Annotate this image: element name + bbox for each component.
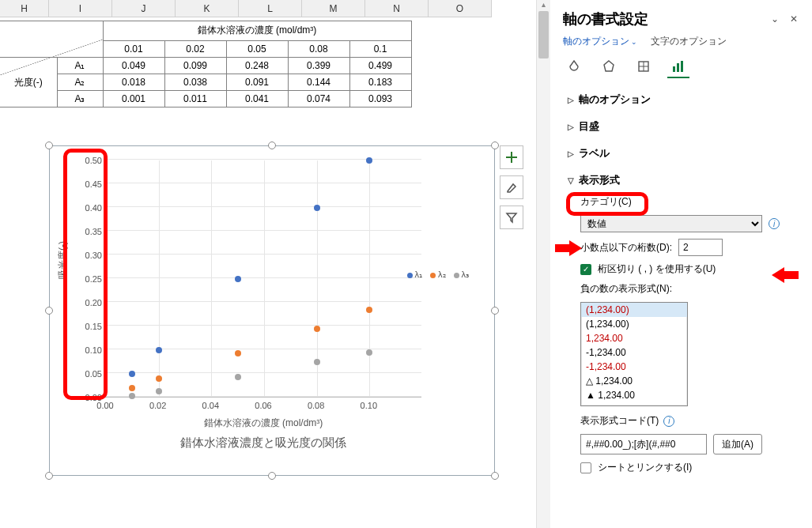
data-point[interactable] <box>314 205 320 211</box>
conc-header: 0.08 <box>288 40 349 57</box>
chart-filter-button[interactable] <box>500 206 523 229</box>
pane-tab-axis-options[interactable]: 軸のオプション <box>563 36 629 47</box>
category-label: カテゴリ(C) <box>580 195 632 209</box>
chart-title[interactable]: 錯体水溶液濃度と吸光度の関係 <box>105 436 421 451</box>
negative-option[interactable]: ▲ 1,234.00 <box>581 388 687 402</box>
x-axis-labels[interactable]: 0.000.020.040.060.080.10 <box>105 401 421 413</box>
section-axis-options[interactable]: ▷軸のオプション <box>565 86 804 113</box>
x-tick-label: 0.00 <box>96 401 113 410</box>
x-tick-label: 0.10 <box>361 401 377 410</box>
legend-item[interactable]: λ₃ <box>454 270 470 280</box>
negative-option[interactable]: (1,234.00) <box>581 317 687 331</box>
link-sheet-checkbox[interactable] <box>580 462 591 473</box>
decimals-input[interactable] <box>678 239 723 256</box>
add-button[interactable]: 追加(A) <box>713 434 762 454</box>
row-label: A₃ <box>57 91 103 107</box>
data-point[interactable] <box>366 307 372 313</box>
resize-handle[interactable] <box>491 307 499 315</box>
info-icon[interactable]: i <box>663 416 674 427</box>
data-point[interactable] <box>156 388 162 394</box>
format-axis-pane: 軸の書式設定 ⌄ ✕ 軸のオプション⌄ 文字のオプション ▷軸のオプション ▷目… <box>550 0 812 528</box>
resize-handle[interactable] <box>45 141 53 149</box>
column-header[interactable]: H <box>0 0 49 17</box>
negative-option[interactable]: -1,234.00 <box>581 345 687 360</box>
y-tick-label: 0.15 <box>85 322 102 331</box>
data-point[interactable] <box>235 276 241 282</box>
section-labels[interactable]: ▷ラベル <box>565 140 804 167</box>
thousands-label: 桁区切り ( , ) を使用する(U) <box>598 262 716 276</box>
chart-object[interactable]: 吸光度(-) 0.000.050.100.150.200.250.300.350… <box>49 145 495 476</box>
data-point[interactable] <box>129 393 135 399</box>
y-tick-label: 0.40 <box>85 203 102 213</box>
y-axis-title[interactable]: 吸光度(-) <box>56 241 70 279</box>
legend-item[interactable]: λ₁ <box>407 270 423 280</box>
column-header[interactable]: I <box>49 0 112 17</box>
negative-option[interactable]: -1,234.00 <box>581 360 687 374</box>
resize-handle[interactable] <box>268 141 276 149</box>
pane-tab-text-options[interactable]: 文字のオプション <box>651 36 727 47</box>
resize-handle[interactable] <box>45 307 53 315</box>
conc-header: 0.01 <box>103 40 164 57</box>
resize-handle[interactable] <box>268 472 276 480</box>
data-point[interactable] <box>235 350 241 356</box>
pane-collapse-icon[interactable]: ⌄ <box>768 13 782 25</box>
data-point[interactable] <box>235 374 241 380</box>
data-point[interactable] <box>366 349 372 356</box>
format-code-input[interactable] <box>580 434 707 454</box>
chart-styles-button[interactable] <box>500 175 523 199</box>
column-header[interactable]: K <box>176 0 239 17</box>
data-point[interactable] <box>314 359 320 365</box>
section-number[interactable]: ▽表示形式 <box>565 167 804 194</box>
y-axis-labels[interactable]: 0.000.050.100.150.200.250.300.350.400.45… <box>74 160 102 398</box>
negative-option[interactable]: △ 1,234.00 <box>581 374 687 388</box>
column-header[interactable]: N <box>365 0 429 17</box>
data-table: 錯体水溶液の濃度 (mol/dm³) 0.010.020.050.080.1 光… <box>0 21 412 107</box>
column-header[interactable]: J <box>112 0 176 17</box>
column-header[interactable]: M <box>302 0 365 17</box>
data-point[interactable] <box>366 157 372 164</box>
y-tick-label: 0.10 <box>85 345 102 355</box>
data-point[interactable] <box>156 375 162 382</box>
legend-item[interactable]: λ₂ <box>430 270 446 280</box>
info-icon[interactable]: i <box>769 218 780 229</box>
annotation-arrow <box>772 267 799 283</box>
category-select[interactable]: 数値 <box>580 215 762 232</box>
size-properties-icon[interactable] <box>633 56 655 78</box>
data-point[interactable] <box>129 371 135 377</box>
format-code-label: 表示形式コード(T) <box>580 414 659 428</box>
thousands-checkbox[interactable]: ✓ <box>580 264 591 275</box>
resize-handle[interactable] <box>45 472 53 480</box>
data-point[interactable] <box>129 385 135 391</box>
svg-rect-8 <box>681 61 683 72</box>
fill-outline-icon[interactable] <box>563 56 585 78</box>
row-label: A₂ <box>57 74 103 91</box>
negative-option[interactable]: 1,234.00 <box>581 331 687 345</box>
data-point[interactable] <box>314 326 320 332</box>
negative-format-list[interactable]: (1,234.00)(1,234.00)1,234.00-1,234.00-1,… <box>580 302 688 406</box>
chart-legend[interactable]: λ₁λ₂λ₃ <box>407 270 470 280</box>
column-header[interactable]: L <box>239 0 302 17</box>
negative-option[interactable]: (1,234.00) <box>581 303 687 317</box>
table-header-span: 錯体水溶液の濃度 (mol/dm³) <box>103 21 411 41</box>
plot-area[interactable] <box>105 160 421 398</box>
svg-rect-6 <box>673 66 675 72</box>
effects-icon[interactable] <box>598 56 620 78</box>
scroll-thumb[interactable] <box>538 11 549 58</box>
column-headers: HIJKLMNO <box>0 0 492 17</box>
y-tick-label: 0.35 <box>85 227 102 236</box>
x-axis-title[interactable]: 錯体水溶液の濃度 (mol/dm³) <box>105 417 421 430</box>
svg-rect-7 <box>677 63 679 72</box>
resize-handle[interactable] <box>491 141 499 149</box>
resize-handle[interactable] <box>491 472 499 480</box>
data-point[interactable] <box>156 347 162 353</box>
pane-close-icon[interactable]: ✕ <box>787 13 801 25</box>
section-ticks[interactable]: ▷目盛 <box>565 113 804 140</box>
chart-elements-button[interactable] <box>500 145 523 169</box>
axis-options-icon[interactable] <box>667 56 689 78</box>
column-header[interactable]: O <box>429 0 492 17</box>
scroll-up-arrow[interactable]: ▴ <box>537 0 550 9</box>
conc-header: 0.02 <box>164 40 226 57</box>
vertical-scrollbar[interactable]: ▴ <box>536 0 550 528</box>
y-tick-label: 0.50 <box>85 156 102 165</box>
decimals-label: 小数点以下の桁数(D): <box>580 241 672 255</box>
